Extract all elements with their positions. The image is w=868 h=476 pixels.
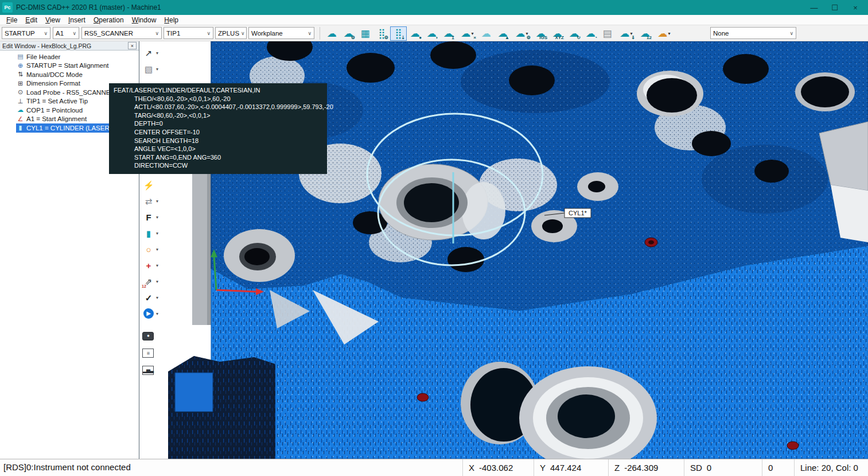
probe-mode-icon[interactable]: ↗▾ [141,45,168,61]
pointcloud-icon[interactable]: ☁ [324,26,340,41]
cylinder-feature-icon[interactable]: ▮▾ [141,225,168,241]
edit-window-title: Edit Window - HexBlock_Lg.PRG [2,42,91,49]
camera-icon[interactable]: ● [141,327,168,345]
dropdown-arrow-icon: ▾ [156,263,158,268]
cloud-delete-icon[interactable]: ☁×▾ [457,26,478,41]
transform-icon[interactable]: ⇄▾ [141,193,168,209]
cloud-split-icon[interactable]: ☁◗ [423,26,440,41]
cloud-sync-icon[interactable]: ☁↻ [566,26,582,41]
menu-insert[interactable]: Insert [64,16,89,24]
confirm-icon[interactable]: ✓▾ [141,289,168,305]
tree-item-tip1[interactable]: ⊥TIP1 = Set Active Tip [16,97,89,106]
alignment-icon: ⊕ [16,63,25,69]
cloud-12-icon[interactable]: ☁12 [637,26,653,41]
chevron-down-icon: ∨ [306,30,312,36]
sd-label: SD [690,463,702,473]
probe-toolbox-combo[interactable]: None∨ [710,27,796,39]
cloud-drop-icon[interactable]: ☁● [407,26,423,41]
report-snapshot-icon[interactable]: ≡ [141,345,168,362]
sd-value: 0 [707,463,711,473]
pointcloud-settings-icon[interactable]: ☁⚙ [340,26,357,41]
menu-file[interactable]: File [2,16,21,24]
mesh-icon[interactable]: ▦ [357,26,373,41]
tree-item-cyl1[interactable]: ▮CYL1 = CYLINDER (LASER) [16,123,114,133]
tree-item-load-probe[interactable]: ⊙Load Probe - RS5_SCANNER [16,88,117,97]
point-filter-icon[interactable]: ⣿⚙ [373,26,390,41]
menu-operation[interactable]: Operation [89,16,128,24]
chevron-down-icon: ∨ [239,30,245,36]
report-chart-icon[interactable]: ▂▅▃ [141,362,168,379]
tip-icon: ⊥ [16,98,25,105]
alignment-combo[interactable]: STARTUP∨ [2,27,50,39]
status-bar: [RDS]0:Instrument not connected X -403.0… [0,459,868,476]
tip-combo[interactable]: TIP1∨ [164,27,213,39]
counter-field: 0 [762,459,787,476]
dropdown-arrow-icon: ▾ [156,51,158,56]
sd-field: SD 0 [684,459,735,476]
y-coordinate: Y 447.424 [534,459,601,476]
polygon-feature-icon[interactable]: ○▾ [141,241,168,257]
file-header-icon: ▤ [16,53,25,60]
feature-control-icon[interactable]: F▾ [141,209,168,225]
probe-icon: ⊙ [16,89,25,95]
tree-item-startup[interactable]: ⊕STARTUP = Start Alignment [16,61,111,71]
active-alignment-combo[interactable]: A1∨ [53,27,79,39]
menu-help[interactable]: Help [160,16,182,24]
menu-view[interactable]: View [41,16,64,24]
toolbar-separator [320,27,320,40]
close-icon[interactable]: × [128,42,137,49]
cloud-xyz-export-icon[interactable]: ☁XYZ [549,26,566,41]
tooltip-line: SEARCH LENGTH=18 [114,137,322,145]
feature-tooltip: FEAT/LASER/CYLINDER/DEFAULT,CARTESIAN,IN… [109,83,327,174]
tooltip-line: CENTER OFFSET=-10 [114,128,322,137]
cloud-outline-icon[interactable]: ☁ [478,26,495,41]
svg-text:CYL1*: CYL1* [569,210,587,216]
execute-icon[interactable]: ▶▾ [141,305,168,322]
tooltip-line: START ANG=0,END ANG=360 [114,153,322,162]
cloud-tree-icon[interactable]: ☁▲ [495,26,511,41]
dimension-format-icon: ⊞ [16,80,25,87]
tree-item-manual-dcc[interactable]: ⇅Manual/DCC Mode [16,70,84,79]
cloud-operator-icon[interactable]: ☁⚙▾ [511,26,532,41]
cloud-clock-icon[interactable]: ☁◔ [582,26,599,41]
menu-window[interactable]: Window [128,16,161,24]
tree-item-cop1[interactable]: ☁COP1 = Pointcloud [16,106,84,115]
tree-item-file-header[interactable]: ▤File Header [16,52,62,61]
dropdown-arrow-icon: ▾ [156,67,158,72]
view-combo[interactable]: Workplane∨ [248,27,314,39]
tooltip-line: FEAT/LASER/CYLINDER/DEFAULT,CARTESIAN,IN [114,86,322,95]
status-message: [RDS]0:Instrument not connected [3,462,131,472]
app-logo: Pc [2,2,13,13]
window-controls: — ☐ × [804,1,866,14]
quick-feature-icon[interactable]: ⚡ [141,177,168,193]
z-coordinate: Z -264.309 [608,459,678,476]
z-value: -264.309 [624,463,658,473]
probe-combo[interactable]: RS5_SCANNER∨ [81,27,162,39]
dropdown-arrow-icon: ▾ [156,279,158,284]
point-select-icon[interactable]: ⣿⇣ [390,26,407,41]
pointcloud-toolbar: ☁ ☁⚙ ▦ ⣿⚙ ⣿⇣ ☁● ☁◗ ☁↥ ☁×▾ ☁ ☁▲ ☁⚙▾ ☁IGS … [320,26,675,41]
y-value: 447.424 [550,463,581,473]
tree-item-a1[interactable]: ∠A1 = Start Alignment [16,115,88,124]
dropdown-arrow-icon: ▾ [668,31,670,36]
menu-edit[interactable]: Edit [21,16,41,24]
chevron-down-icon: ∨ [71,30,76,36]
view-cube-icon[interactable]: ▧▾ [141,61,168,77]
cloud-extract-icon[interactable]: ☁↥ [440,26,457,41]
maximize-button[interactable]: ☐ [824,1,845,14]
vector-toggle-icon[interactable]: ⇗12▾ [141,273,168,289]
cloud-download-icon[interactable]: ☁⇓▾ [616,26,637,41]
dropdown-arrow-icon: ▾ [156,311,158,316]
tree-item-dimension-format[interactable]: ⊞Dimension Format [16,79,82,88]
cloud-color-icon[interactable]: ☁▾ [653,26,675,41]
close-button[interactable]: × [845,1,866,14]
move-origin-icon[interactable]: +▾ [141,257,168,273]
colormap-icon[interactable]: ▤ [599,26,616,41]
minimize-button[interactable]: — [804,1,824,14]
workplane-combo[interactable]: ZPLUS∨ [215,27,247,39]
edit-window-header[interactable]: Edit Window - HexBlock_Lg.PRG × [0,41,139,51]
model-left-fixture [192,167,211,325]
cloud-igs-export-icon[interactable]: ☁IGS [532,26,549,41]
x-coordinate: X -403.062 [462,459,530,476]
chevron-down-icon: ∨ [205,30,211,36]
